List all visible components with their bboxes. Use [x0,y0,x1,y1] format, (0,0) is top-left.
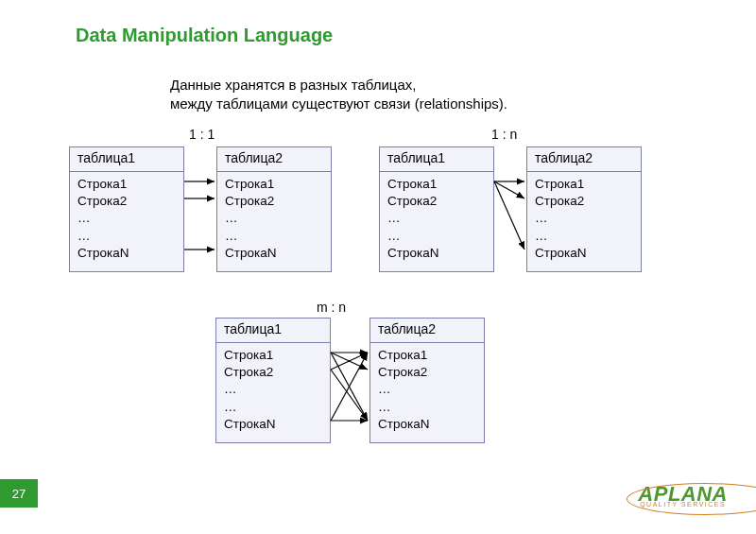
svg-line-5 [494,181,524,250]
table-row: Строка2 [535,194,584,208]
table-row: СтрокаN [224,417,275,431]
svg-line-10 [331,370,368,421]
table-header: таблица1 [380,147,493,172]
table-row: … [387,229,401,243]
table-row: Строка1 [378,348,427,362]
table-row: … [224,382,237,396]
svg-line-4 [494,181,524,198]
table-row: Строка1 [77,177,127,191]
table-body: Строка1 Строка2 … … СтрокаN [527,172,641,271]
svg-line-8 [331,353,368,421]
table-body: Строка1 Строка2 … … СтрокаN [370,343,484,442]
table-row: … [77,211,91,225]
logo-text: APLANA [638,482,728,506]
table-header: таблица2 [527,147,641,172]
table-row: Строка2 [225,194,274,208]
table-mton-left: таблица1 Строка1 Строка2 … … СтрокаN [215,318,331,443]
table-row: Строка1 [225,177,274,191]
page-title: Data Manipulation Language [76,25,333,46]
table-body: Строка1 Строка2 … … СтрокаN [70,172,183,271]
table-body: Строка1 Строка2 … … СтрокаN [217,172,331,271]
aplana-logo: APLANA QUALITY SERVICES [638,486,728,508]
table-row: Строка2 [387,194,437,208]
table-mton-right: таблица2 Строка1 Строка2 … … СтрокаN [369,318,485,443]
table-body: Строка1 Строка2 … … СтрокаN [380,172,493,271]
label-one-to-many: 1 : n [491,127,517,142]
label-one-to-one: 1 : 1 [189,127,215,142]
page-number-badge: 27 [0,479,38,508]
table-row: … [378,382,391,396]
table-row: … [224,400,237,414]
table-row: … [535,229,548,243]
table-body: Строка1 Строка2 … … СтрокаN [216,343,330,442]
table-row: Строка2 [224,365,273,379]
table-row: Строка2 [378,365,427,379]
table-row: … [535,211,548,225]
table-row: … [378,400,391,414]
table-row: Строка2 [77,194,127,208]
svg-line-7 [331,353,368,370]
label-many-to-many: m : n [317,300,346,315]
logo-main-text: APLANA [638,486,728,503]
table-row: СтрокаN [225,246,276,260]
table-row: СтрокаN [378,417,429,431]
description-line-1: Данные хранятся в разных таблицах, [170,77,416,93]
table-1ton-left: таблица1 Строка1 Строка2 … … СтрокаN [379,146,494,272]
table-row: … [225,211,238,225]
table-row: Строка1 [535,177,584,191]
table-header: таблица1 [70,147,183,172]
table-row: … [387,211,401,225]
table-header: таблица1 [216,319,330,343]
table-row: Строка1 [224,348,273,362]
table-1to1-right: таблица2 Строка1 Строка2 … … СтрокаN [216,146,332,272]
svg-line-9 [331,353,368,370]
table-row: СтрокаN [535,246,586,260]
table-header: таблица2 [217,147,331,172]
svg-line-11 [331,353,368,421]
table-row: … [225,229,238,243]
table-row: СтрокаN [387,246,438,260]
table-1to1-left: таблица1 Строка1 Строка2 … … СтрокаN [69,146,184,272]
table-1ton-right: таблица2 Строка1 Строка2 … … СтрокаN [526,146,642,272]
table-row: Строка1 [387,177,437,191]
table-row: СтрокаN [77,246,129,260]
table-header: таблица2 [370,319,484,343]
description-block: Данные хранятся в разных таблицах, между… [170,76,643,114]
description-line-2: между таблицами существуют связи (relati… [170,95,507,112]
table-row: … [77,229,91,243]
